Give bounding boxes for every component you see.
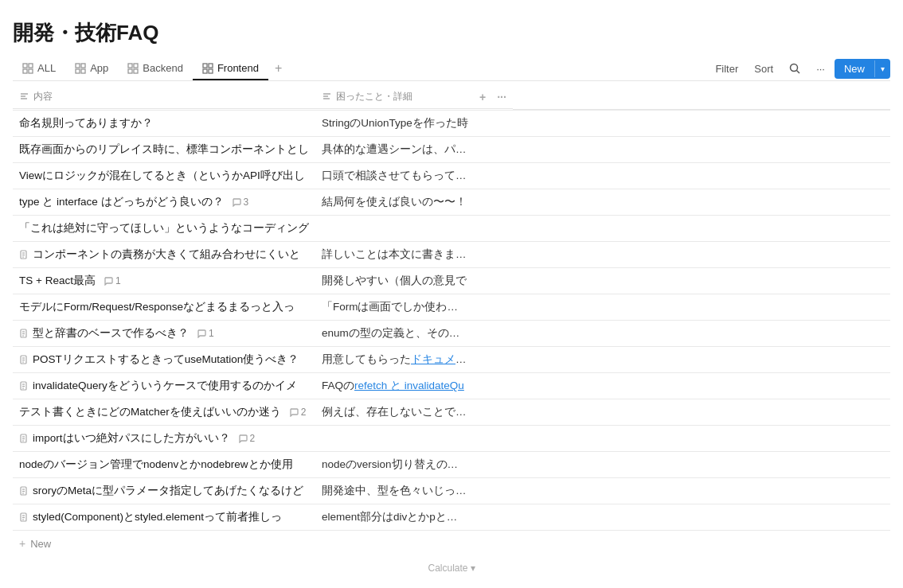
tab-frontend[interactable]: Frontend — [193, 57, 268, 80]
doc-icon — [19, 250, 29, 260]
cell-content: nodeのバージョン管理でnodenvとかnodebrewとか使用 — [13, 452, 315, 478]
svg-rect-9 — [134, 64, 138, 68]
table-row[interactable]: 命名規則ってありますか？StringのUnionTypeを作った時 — [13, 111, 890, 137]
add-column-button[interactable]: + — [478, 91, 487, 103]
svg-rect-0 — [23, 64, 27, 68]
filter-button[interactable]: Filter — [709, 60, 745, 78]
cell-content: invalidateQueryをどういうケースで使用するのかイメ — [13, 373, 315, 399]
table-row[interactable]: 既存画面からのリプレイス時に、標準コンポーネントとし具体的な遭遇シーンは、パスワ — [13, 137, 890, 163]
grid-icon — [202, 63, 213, 74]
cell-content: 型と辞書のベースで作るべき？ 1 — [13, 321, 315, 347]
cell-trouble: 例えば、存在しないことでも１ — [315, 399, 475, 426]
table-row[interactable]: sroryのMetaに型パラメータ指定してあげたくなるけど開発途中、型を色々いじ… — [13, 478, 890, 504]
doc-icon — [19, 381, 29, 391]
cell-content: モデルにForm/Request/Responseなどまるまるっと入っ — [13, 294, 315, 321]
svg-rect-1 — [29, 64, 33, 68]
table-row[interactable]: type と interface はどっちがどう良いの？ 3結局何を使えば良いの… — [13, 189, 890, 216]
add-tab-button[interactable]: + — [268, 56, 288, 80]
table-row[interactable]: テスト書くときにどのMatcherを使えばいいのか迷う 2例えば、存在しないこと… — [13, 399, 890, 426]
list-icon — [322, 92, 332, 102]
new-button-dropdown[interactable]: ▾ — [874, 60, 890, 77]
comment-count: 3 — [232, 197, 249, 208]
svg-rect-12 — [203, 64, 207, 68]
table-row[interactable]: POSTリクエストするときってuseMutation使うべき？用意してもらったド… — [13, 347, 890, 373]
cell-trouble: 詳しいことは本文に書きました — [315, 242, 475, 268]
new-button-group: New ▾ — [835, 59, 890, 79]
cell-empty — [475, 189, 890, 216]
doc-icon — [19, 355, 29, 365]
table-row[interactable]: invalidateQueryをどういうケースで使用するのかイメFAQのrefe… — [13, 373, 890, 399]
cell-empty — [475, 242, 890, 268]
cell-empty — [475, 426, 890, 452]
more-columns-button[interactable]: ··· — [494, 91, 510, 103]
trouble-link[interactable]: refetch と invalidateQu — [354, 380, 464, 391]
cell-empty — [475, 111, 890, 137]
table-row[interactable]: Viewにロジックが混在してるとき（というかAPI呼び出し口頭で相談させてもらっ… — [13, 163, 890, 189]
table-header: 内容 困ったこと・詳細 + · — [13, 84, 890, 111]
table-row[interactable]: nodeのバージョン管理でnodenvとかnodebrewとか使用nodeのve… — [13, 452, 890, 478]
cell-trouble: 開発しやすい（個人の意見で — [315, 268, 475, 294]
cell-empty — [475, 163, 890, 189]
cell-content: importはいつ絶対パスにした方がいい？ 2 — [13, 426, 315, 452]
cell-empty — [475, 399, 890, 426]
search-button[interactable] — [783, 60, 807, 77]
header-content: 内容 — [13, 84, 315, 111]
table-row[interactable]: styled(Component)とstyled.elementって前者推しっe… — [13, 504, 890, 531]
cell-empty — [475, 294, 890, 321]
cell-content: 「これは絶対に守ってほしい」というようなコーディング — [13, 216, 315, 242]
cell-trouble: 口頭で相談させてもらってMS — [315, 163, 475, 189]
cell-empty — [475, 268, 890, 294]
new-button[interactable]: New — [835, 59, 874, 79]
comment-count: 2 — [289, 407, 307, 418]
cell-empty — [475, 504, 890, 531]
cell-content: Viewにロジックが混在してるとき（というかAPI呼び出し — [13, 163, 315, 189]
cell-content: コンポーネントの責務が大きくて組み合わせにくいと — [13, 242, 315, 268]
tab-backend[interactable]: Backend — [118, 57, 193, 80]
more-options-button[interactable]: ··· — [810, 60, 831, 78]
cell-trouble: StringのUnionTypeを作った時 — [315, 111, 475, 137]
table-container: 内容 困ったこと・詳細 + · — [13, 84, 890, 588]
cell-trouble — [315, 216, 475, 242]
comment-count: 2 — [238, 433, 256, 444]
sort-button[interactable]: Sort — [748, 60, 780, 78]
tab-app[interactable]: App — [65, 57, 118, 80]
table-row[interactable]: モデルにForm/Request/Responseなどまるまるっと入っ「Form… — [13, 294, 890, 321]
svg-rect-2 — [23, 69, 27, 73]
cell-trouble: nodeのversion切り替えのアナ — [315, 452, 475, 478]
text-icon — [19, 92, 29, 102]
add-new-row-button[interactable]: + New — [13, 531, 890, 556]
svg-rect-10 — [128, 69, 132, 73]
header-add-col[interactable]: + ··· — [475, 84, 513, 111]
tab-bar: ALL App Backend Frontend + Filter — [13, 56, 890, 81]
cell-content: 既存画面からのリプレイス時に、標準コンポーネントとし — [13, 137, 315, 163]
table-row[interactable]: コンポーネントの責務が大きくて組み合わせにくいと詳しいことは本文に書きました — [13, 242, 890, 268]
cell-empty — [475, 373, 890, 399]
cell-empty — [475, 347, 890, 373]
cell-empty — [475, 478, 890, 504]
doc-icon — [19, 329, 29, 339]
svg-rect-15 — [209, 69, 213, 73]
cell-trouble: 「Formは画面でしか使わない — [315, 294, 475, 321]
table-row[interactable]: importはいつ絶対パスにした方がいい？ 2 — [13, 426, 890, 452]
data-table: 内容 困ったこと・詳細 + · — [13, 84, 890, 531]
svg-rect-14 — [203, 69, 207, 73]
cell-content: 命名規則ってありますか？ — [13, 111, 315, 137]
page-title: 開発・技術FAQ — [13, 0, 890, 56]
svg-rect-5 — [81, 64, 85, 68]
table-row[interactable]: 「これは絶対に守ってほしい」というようなコーディング — [13, 216, 890, 242]
tab-actions: Filter Sort ··· New ▾ — [709, 59, 890, 79]
svg-point-16 — [791, 64, 798, 72]
search-icon — [789, 63, 800, 74]
svg-rect-3 — [29, 69, 33, 73]
header-trouble: 困ったこと・詳細 — [315, 84, 475, 111]
doc-icon — [19, 512, 29, 523]
trouble-link[interactable]: ドキュメント — [411, 353, 475, 365]
svg-rect-7 — [81, 69, 85, 73]
table-row[interactable]: 型と辞書のベースで作るべき？ 1enumの型の定義と、その型を — [13, 321, 890, 347]
calculate-bar[interactable]: Calculate ▾ — [13, 556, 890, 580]
cell-trouble — [315, 426, 475, 452]
grid-icon — [22, 63, 33, 74]
tab-all[interactable]: ALL — [13, 57, 65, 80]
cell-content: styled(Component)とstyled.elementって前者推しっ — [13, 504, 315, 531]
table-row[interactable]: TS + React最高 1開発しやすい（個人の意見で — [13, 268, 890, 294]
